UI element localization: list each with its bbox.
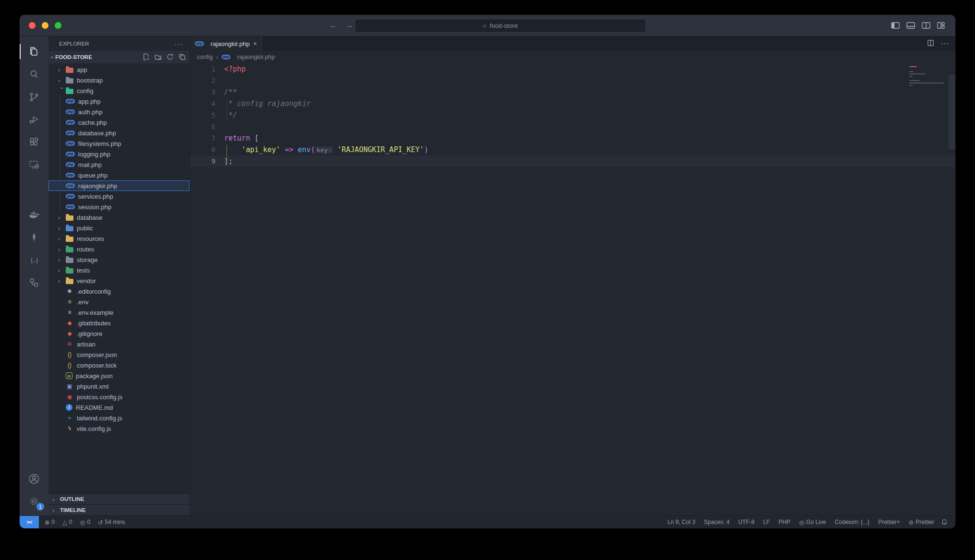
breadcrumb-folder[interactable]: config (197, 54, 213, 60)
tree-item-logging.php[interactable]: phplogging.php (48, 149, 190, 159)
tree-item-composer.lock[interactable]: {}composer.lock (48, 360, 190, 370)
refresh-icon[interactable] (166, 53, 174, 61)
explorer-more-actions-icon[interactable]: ··· (174, 40, 183, 48)
status-warnings[interactable]: △0 (62, 519, 72, 526)
tree-item-queue.php[interactable]: phpqueue.php (48, 170, 190, 180)
status-timer[interactable]: ↺54 mins (98, 519, 125, 526)
notifications-bell-icon[interactable] (941, 519, 948, 525)
docker-icon[interactable] (20, 203, 48, 226)
tree-item-.gitattributes[interactable]: ◆.gitattributes (48, 318, 190, 328)
tree-item-.env.example[interactable]: ≡.env.example (48, 307, 190, 318)
split-editor-icon[interactable] (927, 39, 934, 48)
new-file-icon[interactable] (143, 53, 150, 61)
tree-item-phpunit.xml[interactable]: ▣phpunit.xml (48, 381, 190, 392)
search-view-icon[interactable] (20, 63, 48, 85)
toggle-sidebar-icon[interactable] (891, 22, 900, 29)
panel-timeline[interactable]: ›TIMELINE (48, 504, 190, 515)
tree-item-tailwind.config.js[interactable]: ≈tailwind.config.js (48, 413, 190, 423)
tree-item-rajaongkir.php[interactable]: phprajaongkir.php (48, 180, 190, 191)
tree-item-.env[interactable]: ≡.env (48, 297, 190, 307)
tree-item-artisan[interactable]: ※artisan (48, 339, 190, 349)
minimize-window-button[interactable] (42, 22, 48, 29)
tree-item-tests[interactable]: ›tests (48, 265, 190, 275)
status-language-mode[interactable]: PHP (778, 519, 790, 525)
history-forward-button[interactable]: → (345, 21, 353, 30)
tree-item-database.php[interactable]: phpdatabase.php (48, 128, 190, 138)
status-prettier-plus[interactable]: Prettier+ (878, 519, 900, 525)
tree-item-app.php[interactable]: phpapp.php (48, 96, 190, 107)
tree-item-bootstrap[interactable]: ›bootstrap (48, 75, 190, 85)
extensions-icon[interactable] (20, 131, 48, 153)
breadcrumb-separator: › (216, 54, 218, 60)
tree-item-.editorconfig[interactable]: ❖.editorconfig (48, 286, 190, 297)
customize-layout-icon[interactable] (937, 22, 945, 29)
code-line-3[interactable]: 3/** (190, 86, 955, 98)
status-encoding[interactable]: UTF-8 (738, 519, 754, 525)
command-center-search[interactable]: ⌕ food-store (355, 19, 646, 33)
breadcrumb[interactable]: config › php rajaongkir.php (190, 51, 955, 63)
status-eol[interactable]: LF (763, 519, 770, 525)
tree-item-config[interactable]: ›config (48, 85, 190, 96)
editor-more-actions-icon[interactable]: ··· (941, 39, 949, 48)
tree-item-vendor[interactable]: ›vendor (48, 275, 190, 286)
code-line-2[interactable]: 2 (190, 75, 955, 86)
remote-indicator[interactable]: >< (20, 516, 39, 528)
new-folder-icon[interactable] (155, 53, 162, 61)
tree-item-mail.php[interactable]: phpmail.php (48, 159, 190, 170)
zoom-window-button[interactable] (55, 22, 61, 29)
status-go-live[interactable]: ◎Go Live (799, 519, 826, 526)
close-window-button[interactable] (29, 22, 36, 29)
tree-item-README.md[interactable]: iREADME.md (48, 402, 190, 413)
project-flow-icon[interactable] (20, 271, 48, 294)
tree-item-routes[interactable]: ›routes (48, 244, 190, 254)
remote-explorer-icon[interactable] (20, 153, 48, 176)
code-line-4[interactable]: 4 * config rajaongkir (190, 98, 955, 109)
tree-item-storage[interactable]: ›storage (48, 254, 190, 265)
collapse-folders-icon[interactable] (178, 53, 186, 61)
code-line-5[interactable]: 5 */ (190, 109, 955, 121)
tree-item-postcss.config.js[interactable]: ◉postcss.config.js (48, 392, 190, 402)
tree-item-public[interactable]: ›public (48, 223, 190, 233)
status-ports[interactable]: ◎0 (80, 519, 90, 526)
tree-item-vite.config.js[interactable]: ϟvite.config.js (48, 423, 190, 434)
toggle-secondary-sidebar-icon[interactable] (922, 22, 930, 29)
settings-gear-icon[interactable]: 1 (20, 490, 48, 512)
history-back-button[interactable]: ← (329, 21, 337, 30)
breadcrumb-file[interactable]: rajaongkir.php (237, 54, 275, 60)
tree-item-session.php[interactable]: phpsession.php (48, 202, 190, 212)
code-line-1[interactable]: 1<?php (190, 63, 955, 75)
scrollbar-slider[interactable] (949, 75, 955, 149)
code-line-8[interactable]: 8 'api_key' => env(key: 'RAJAONGKIR_API_… (190, 144, 955, 155)
code-editor[interactable]: 1<?php23/**4 * config rajaongkir5 */67re… (190, 63, 955, 515)
toggle-panel-icon[interactable] (906, 22, 915, 29)
tree-item-package.json[interactable]: jspackage.json (48, 370, 190, 381)
status-prettier[interactable]: ⊘Prettier (909, 519, 934, 526)
folder-section-header[interactable]: › FOOD-STORE (48, 51, 190, 63)
code-line-9[interactable]: 9]; (190, 155, 955, 167)
tree-item-filesystems.php[interactable]: phpfilesystems.php (48, 138, 190, 149)
code-line-7[interactable]: 7return [ (190, 132, 955, 144)
tree-item-resources[interactable]: ›resources (48, 233, 190, 244)
tree-item-cache.php[interactable]: phpcache.php (48, 117, 190, 128)
minimap[interactable] (903, 64, 955, 218)
code-line-6[interactable]: 6 (190, 121, 955, 132)
source-control-icon[interactable] (20, 85, 48, 108)
explorer-icon[interactable] (20, 40, 48, 63)
status-errors[interactable]: ⊗0 (45, 519, 55, 526)
status-codeium[interactable]: Codeium: {...} (834, 519, 869, 525)
status-cursor-position[interactable]: Ln 9, Col 3 (667, 519, 695, 525)
mongodb-icon[interactable] (20, 226, 48, 249)
tree-item-auth.php[interactable]: phpauth.php (48, 107, 190, 117)
tree-item-services.php[interactable]: phpservices.php (48, 191, 190, 202)
close-tab-icon[interactable]: × (253, 40, 257, 48)
tab-rajaongkir[interactable]: php rajaongkir.php × (190, 36, 262, 51)
tree-item-composer.json[interactable]: {}composer.json (48, 349, 190, 360)
status-indentation[interactable]: Spaces: 4 (704, 519, 729, 525)
run-debug-icon[interactable] (20, 108, 48, 131)
account-icon[interactable] (20, 467, 48, 490)
tree-item-app[interactable]: ›app (48, 64, 190, 75)
tree-item-database[interactable]: ›database (48, 212, 190, 223)
tree-item-.gitignore[interactable]: ◆.gitignore (48, 328, 190, 339)
panel-outline[interactable]: ›OUTLINE (48, 493, 190, 504)
codeium-braces-icon[interactable]: {...} (20, 249, 48, 271)
